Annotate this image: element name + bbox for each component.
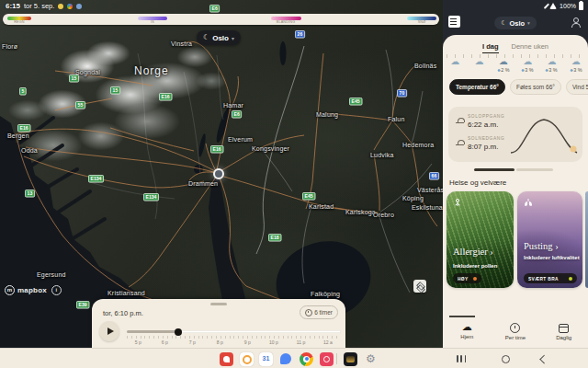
legend-gradient-snow bbox=[407, 17, 436, 20]
road-badge: E6 bbox=[209, 5, 220, 13]
breathing-card[interactable]: Pusting › Inkluderer luftkvalitet SVÆRT … bbox=[517, 191, 582, 288]
taskbar: 31 ⚙ bbox=[0, 348, 588, 368]
map-label-country: Norge bbox=[134, 64, 169, 77]
chevron-down-icon: ▾ bbox=[527, 20, 530, 26]
cloud-icon: ☁ bbox=[523, 57, 532, 66]
nav-daily[interactable]: Daglig bbox=[546, 322, 582, 340]
pager-indicator[interactable] bbox=[516, 168, 553, 171]
road-badge: 70 bbox=[397, 89, 407, 98]
weather-app-panel: ☾ Oslo ▾ I dag Denne uken ☁ ☁ bbox=[443, 0, 588, 348]
map-city-label: Kongsvinger bbox=[252, 145, 289, 152]
tab-this-week[interactable]: Denne uken bbox=[512, 42, 548, 53]
road-badge: E134 bbox=[88, 175, 104, 183]
clock-text: 6:15 bbox=[6, 2, 20, 10]
legend-gradient-ice bbox=[138, 17, 167, 20]
hourly-column[interactable]: ☁ 3 % bbox=[517, 57, 537, 73]
home-button[interactable] bbox=[502, 355, 510, 363]
battery-icon bbox=[579, 2, 583, 10]
map-city-label: Vinstra bbox=[171, 40, 192, 47]
hourly-column[interactable]: ☁ 3 % bbox=[541, 57, 561, 73]
forecast-tabs: I dag Denne uken bbox=[443, 42, 588, 53]
metric-chips: Temperatur 66° Føles som 66° Vind 5 mph bbox=[449, 79, 588, 95]
sunset-label: SOLNEDGANG bbox=[468, 136, 504, 141]
map-layers-button[interactable] bbox=[413, 280, 426, 293]
road-badge: E45 bbox=[302, 192, 315, 201]
map-city-label: Örebro bbox=[373, 212, 394, 218]
status-bar-left: 6:15 tor 5. sep. bbox=[6, 2, 82, 10]
sunset-row: SOLNEDGANG 8:07 p.m. bbox=[456, 136, 514, 151]
legend-label-snow: SNØ bbox=[411, 20, 434, 24]
drag-handle[interactable] bbox=[210, 303, 227, 305]
sunrise-icon bbox=[456, 118, 464, 124]
radar-map[interactable]: Norge Vinstra Sogndal Florø Bergen Odda … bbox=[0, 0, 443, 348]
info-icon[interactable]: i bbox=[51, 285, 62, 295]
battery-percentage: 100% bbox=[560, 3, 576, 9]
map-city-label: Florø bbox=[2, 43, 17, 50]
timeline-slider[interactable] bbox=[127, 330, 341, 333]
hourly-column[interactable]: ☁ 2 % bbox=[493, 57, 514, 73]
sun-arc-chart bbox=[507, 110, 581, 160]
map-city-label: Odda bbox=[21, 147, 38, 154]
map-city-label: Hamar bbox=[223, 102, 243, 109]
timeline-tickmarks bbox=[127, 336, 341, 339]
precipitation-legend: REGN IS BLANDING SNØ bbox=[3, 14, 439, 25]
precip-chance: 3 % bbox=[546, 67, 558, 72]
taskbar-app-gallery-icon[interactable] bbox=[320, 352, 334, 366]
cloud-icon: ☁ bbox=[462, 322, 472, 332]
road-badge: E134 bbox=[143, 193, 159, 201]
allergy-card-title: Allergier › bbox=[453, 247, 493, 257]
map-city-label: Falköping bbox=[311, 291, 340, 297]
chevron-down-icon: ▾ bbox=[232, 35, 234, 41]
chip-wind[interactable]: Vind 5 mph bbox=[566, 79, 588, 95]
road-badge: 26 bbox=[295, 30, 305, 39]
header-location-pill[interactable]: ☾ Oslo ▾ bbox=[494, 17, 537, 29]
clock-icon bbox=[305, 309, 312, 316]
map-location-label: Oslo bbox=[212, 34, 229, 42]
hourly-column[interactable]: ☁ bbox=[469, 57, 489, 73]
timeline-slider-thumb[interactable] bbox=[175, 328, 182, 336]
status-dot bbox=[473, 277, 477, 281]
nav-hourly[interactable]: Per time bbox=[497, 322, 534, 340]
taskbar-app-news-icon[interactable] bbox=[220, 352, 233, 366]
cloud-icon: ☁ bbox=[499, 57, 508, 66]
hourly-strip[interactable]: ☁ ☁ ☁ 2 % ☁ 3 % ☁ 3 % bbox=[443, 57, 588, 73]
sun-card[interactable]: SOLOPPGANG 6:22 a.m. SOLNEDGANG 8:07 p.m… bbox=[448, 107, 582, 162]
screen: Norge Vinstra Sogndal Florø Bergen Odda … bbox=[0, 0, 588, 368]
bottom-navigation: ☁ Hjem Per time Daglig bbox=[443, 322, 588, 340]
hourly-column[interactable]: ☁ bbox=[445, 57, 465, 73]
taskbar-app-browser-icon[interactable] bbox=[240, 352, 254, 366]
partial-scrolled-text bbox=[449, 316, 475, 317]
map-city-label: Bollnäs bbox=[414, 63, 436, 69]
timeline-range-button[interactable]: 6 timer bbox=[300, 305, 338, 319]
map-city-label: Sogndal bbox=[75, 69, 100, 75]
hourly-column[interactable]: ☁ 3 % bbox=[566, 57, 586, 73]
clock-icon bbox=[510, 323, 520, 333]
chip-feels-like[interactable]: Føles som 66° bbox=[510, 79, 561, 95]
chip-temperature[interactable]: Temperatur 66° bbox=[449, 79, 505, 95]
cloud-icon: ☁ bbox=[547, 57, 556, 66]
taskbar-settings-icon[interactable]: ⚙ bbox=[364, 352, 378, 366]
taskbar-app-weather-channel-icon[interactable] bbox=[344, 352, 357, 366]
profile-icon[interactable] bbox=[570, 17, 581, 28]
legend-gradient-mix bbox=[271, 17, 301, 20]
timeline-slider-fill bbox=[127, 330, 177, 333]
map-city-label: Karlskoga bbox=[345, 209, 376, 215]
back-button[interactable] bbox=[540, 355, 548, 363]
taskbar-app-messages-icon[interactable] bbox=[280, 353, 291, 364]
allergy-card[interactable]: Allergier › Inkluderer pollen HØY bbox=[447, 191, 514, 288]
recents-button[interactable] bbox=[457, 355, 466, 362]
date-text: tor 5. sep. bbox=[24, 2, 54, 10]
taskbar-app-chrome-icon[interactable] bbox=[300, 352, 313, 366]
play-button[interactable] bbox=[99, 321, 119, 341]
weather-channel-logo bbox=[448, 16, 460, 28]
timeline-range-label: 6 timer bbox=[314, 309, 333, 316]
pager-indicator-active[interactable] bbox=[474, 168, 514, 171]
taskbar-app-calendar-icon[interactable]: 31 bbox=[259, 352, 273, 366]
mapbox-attribution[interactable]: m mapbox i bbox=[5, 285, 62, 295]
map-city-label: Karlstad bbox=[309, 203, 334, 210]
map-location-pill[interactable]: ☾ Oslo ▾ bbox=[197, 30, 241, 45]
nav-home[interactable]: ☁ Hjem bbox=[448, 322, 485, 340]
road-badge: E18 bbox=[268, 234, 281, 242]
sunrise-label: SOLOPPGANG bbox=[468, 114, 504, 119]
tab-today[interactable]: I dag bbox=[482, 42, 499, 53]
